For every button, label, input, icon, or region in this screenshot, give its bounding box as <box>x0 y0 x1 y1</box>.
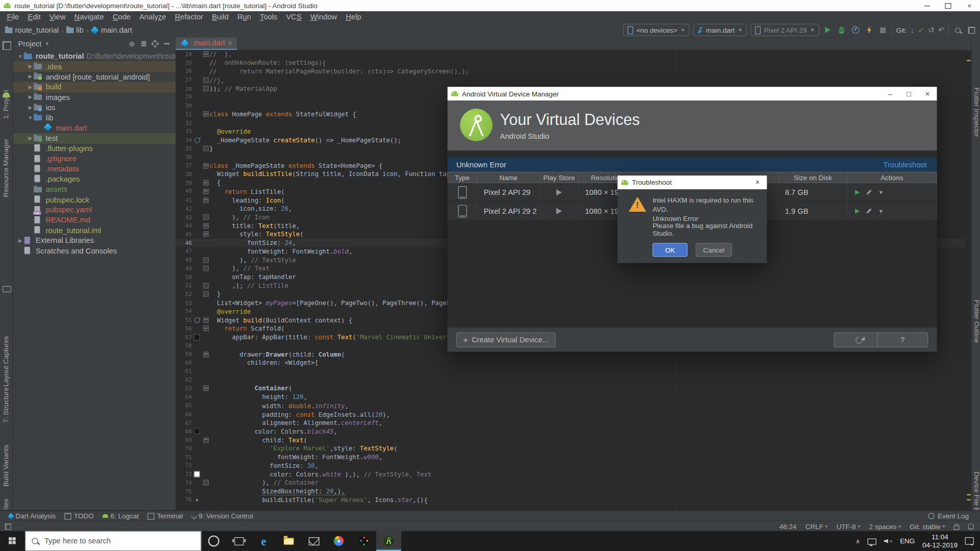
minimize-button[interactable]: – <box>880 87 899 101</box>
troubleshoot-link[interactable]: Troubleshoot <box>884 160 927 169</box>
taskbar-app-android-studio[interactable] <box>376 531 401 551</box>
chevron-down-icon[interactable]: ▼ <box>878 208 884 214</box>
column-header-actions[interactable]: Actions <box>847 172 937 183</box>
chevron-down-icon[interactable]: ▼ <box>878 189 884 195</box>
code-line-61[interactable]: 61 <box>176 367 965 376</box>
menu-vcs[interactable]: VCS <box>282 11 306 22</box>
indent-selector[interactable]: 2 spaces▾ <box>869 522 901 530</box>
code-line-66[interactable]: 66 padding: const EdgeInsets.all(20), <box>176 410 965 419</box>
tree-item-build[interactable]: ▶build <box>13 82 176 92</box>
tree-item-scratches-and-consoles[interactable]: Scratches and Consoles <box>13 246 176 256</box>
fold-open-icon[interactable] <box>203 223 208 229</box>
chevron-right-icon[interactable]: ▶ <box>27 94 34 100</box>
menu-analyze[interactable]: Analyze <box>135 11 170 22</box>
tree-item-route-tutorial.iml[interactable]: route_tutorial.iml <box>13 226 176 236</box>
refresh-button[interactable] <box>834 332 884 347</box>
chevron-down-icon[interactable]: ▼ <box>44 41 50 46</box>
column-header-size-on-disk[interactable]: Size on Disk <box>779 172 848 183</box>
stripe-7-structure[interactable]: 7: Structure <box>2 387 10 423</box>
start-button[interactable] <box>0 531 25 551</box>
warning-stripe-mark[interactable] <box>967 60 970 61</box>
taskbar-app-cortana[interactable] <box>201 531 226 551</box>
tree-item-pubspec.lock[interactable]: pubspec.lock <box>13 194 176 205</box>
project-panel-title[interactable]: Project <box>18 39 42 48</box>
code-line-67[interactable]: 67 alignment: Alignment.centerLeft, <box>176 418 965 427</box>
menu-build[interactable]: Build <box>208 11 233 22</box>
action-center-icon[interactable] <box>965 537 974 545</box>
line-ending-selector[interactable]: CRLF▾ <box>805 522 828 530</box>
tree-item-.packages[interactable]: .packages <box>13 174 176 184</box>
taskbar-app-colorful-app[interactable] <box>351 531 376 551</box>
chevron-right-icon[interactable]: ▶ <box>27 135 34 141</box>
fold-open-icon[interactable] <box>203 386 208 391</box>
stripe-layout-captures[interactable]: Layout Captures <box>2 336 10 387</box>
code-line-74[interactable]: 74 ), // Container <box>176 479 965 487</box>
gear-icon[interactable] <box>153 41 158 46</box>
code-line-68[interactable]: 68 color: Colors.black45, <box>176 427 965 436</box>
code-line-70[interactable]: 70 'Explore Marvel',style: TextStyle( <box>176 444 965 453</box>
volume-muted-icon[interactable]: × <box>884 538 893 544</box>
tree-item-main.dart[interactable]: main.dart <box>13 123 176 133</box>
taskbar-app-chrome[interactable] <box>326 531 351 551</box>
menu-file[interactable]: File <box>3 11 23 22</box>
fold-end-icon[interactable] <box>203 291 208 297</box>
menu-tools[interactable]: Tools <box>256 11 282 22</box>
collapse-all-icon[interactable] <box>141 43 146 44</box>
toolwindow-button-dart-analysis[interactable]: Dart Analysis <box>9 512 56 520</box>
language-indicator[interactable]: ENG <box>900 537 915 545</box>
code-line-26[interactable]: 26// return MaterialPageRoute(builder: (… <box>176 67 965 76</box>
code-line-72[interactable]: 72 fontSize: 30, <box>176 461 965 470</box>
edit-pencil-icon[interactable] <box>866 189 872 195</box>
cancel-button[interactable]: Cancel <box>696 243 732 257</box>
tab-main-dart[interactable]: main.dart × <box>176 37 237 49</box>
tree-item-.gitignore[interactable]: .gitignore <box>13 154 176 164</box>
column-header-type[interactable]: Type <box>448 172 478 183</box>
caret-position[interactable]: 46:24 <box>779 522 797 530</box>
color-swatch[interactable] <box>194 428 200 434</box>
menu-code[interactable]: Code <box>108 11 135 22</box>
toolwindow-button-terminal[interactable]: Terminal <box>148 512 183 520</box>
taskbar-clock[interactable]: 11:04 04-12-2019 <box>922 533 958 549</box>
tree-item-test[interactable]: ▶test <box>13 133 176 143</box>
close-button[interactable]: × <box>918 87 937 101</box>
color-swatch[interactable] <box>194 471 200 477</box>
locate-file-icon[interactable]: ⊕ <box>129 39 135 48</box>
tree-item-lib[interactable]: ▼lib <box>13 113 176 123</box>
chevron-right-icon[interactable]: ▶ <box>27 74 34 80</box>
breadcrumb-main.dart[interactable]: main.dart <box>91 26 132 34</box>
minimize-button[interactable] <box>916 0 938 11</box>
tree-item-ios[interactable]: ▶ios <box>13 103 176 113</box>
fold-open-icon[interactable] <box>203 352 208 357</box>
notifications-icon[interactable] <box>968 523 974 529</box>
code-line-63[interactable]: 63 Container( <box>176 384 965 393</box>
fold-end-icon[interactable] <box>203 480 208 486</box>
chevron-down-icon[interactable]: ▼ <box>27 115 34 120</box>
toolwindow-button-6-logcat[interactable]: 6: Logcat <box>103 512 139 520</box>
taskbar-app-file-explorer[interactable] <box>276 531 301 551</box>
tree-item-.idea[interactable]: ▶.idea <box>13 61 176 71</box>
override-icon[interactable] <box>194 137 200 143</box>
menu-navigate[interactable]: Navigate <box>70 11 108 22</box>
chevron-right-icon[interactable]: ▶ <box>27 105 34 110</box>
avd-selector[interactable]: Pixel 2 API 29▼ <box>751 24 819 36</box>
git-update-icon[interactable]: ↓ <box>911 26 914 34</box>
chevron-down-icon[interactable]: ▼ <box>17 54 23 59</box>
warning-stripe-mark[interactable] <box>967 499 970 500</box>
close-tab-icon[interactable]: × <box>228 40 232 46</box>
tree-item-android-route-tutorial-android-[interactable]: ▶android [route_tutorial_android] <box>13 72 176 82</box>
fold-open-icon[interactable] <box>203 52 208 57</box>
tree-item-images[interactable]: ▶images <box>13 92 176 103</box>
fold-end-icon[interactable] <box>203 257 208 263</box>
event-log-button[interactable]: Event Log <box>928 512 969 520</box>
code-line-65[interactable]: 65 width: double.infinity, <box>176 402 965 410</box>
column-header-name[interactable]: Name <box>478 172 540 183</box>
breadcrumb-lib[interactable]: lib› <box>66 26 88 34</box>
tree-item-external-libraries[interactable]: ▶External Libraries <box>13 236 176 246</box>
fold-open-icon[interactable] <box>203 189 208 194</box>
undo-icon[interactable]: ↶ <box>938 26 944 34</box>
git-branch-widget[interactable]: Git: stable▾ <box>910 522 945 530</box>
profile-button[interactable] <box>850 25 861 35</box>
ok-button[interactable]: OK <box>652 243 688 257</box>
maximize-button[interactable] <box>938 0 959 11</box>
chevron-right-icon[interactable]: ▶ <box>17 238 23 243</box>
